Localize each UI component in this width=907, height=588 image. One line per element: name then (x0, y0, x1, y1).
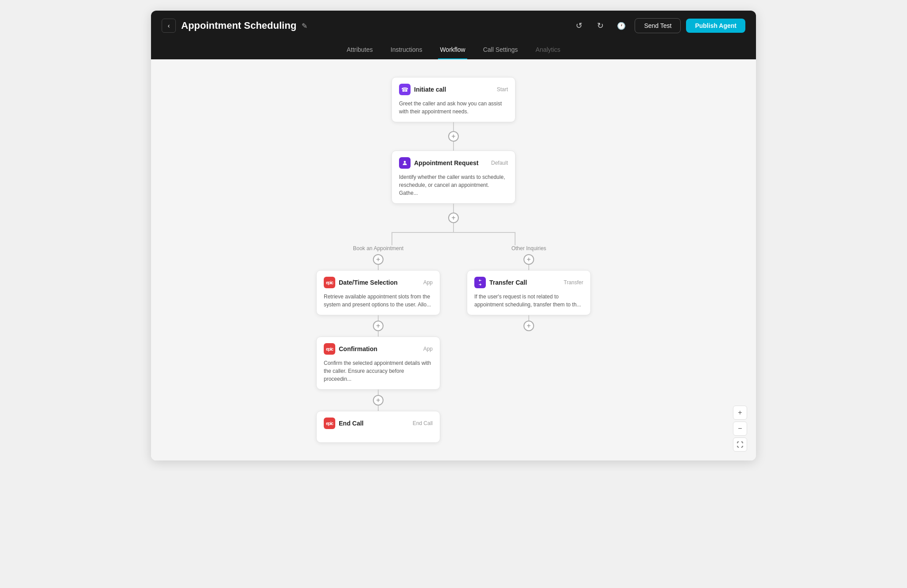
line-v (378, 406, 379, 411)
line-v (378, 331, 379, 337)
appointment-request-icon (399, 157, 411, 169)
connector-1: + (448, 122, 459, 151)
line-v (378, 265, 379, 270)
date-time-icon: epic (324, 277, 335, 288)
tab-workflow[interactable]: Workflow (438, 41, 467, 59)
add-node-btn-left[interactable]: + (373, 254, 384, 265)
line-v (453, 142, 454, 151)
nav-tabs: Attributes Instructions Workflow Call Se… (162, 41, 745, 59)
zoom-controls: + − (733, 406, 747, 452)
transfer-call-badge: Transfer (564, 279, 583, 286)
confirmation-title: Confirmation (339, 345, 377, 352)
add-node-btn-left-3[interactable]: + (373, 395, 384, 406)
confirmation-badge: App (423, 346, 433, 352)
confirmation-icon: epic (324, 343, 335, 355)
header: ‹ Appointment Scheduling ✎ ↺ ↻ 🕐 Send Te… (151, 11, 756, 59)
node-initiate-call[interactable]: ☎ Initiate call Start Greet the caller a… (391, 77, 516, 122)
initiate-call-title: Initiate call (414, 86, 446, 93)
add-node-btn-right[interactable]: + (523, 254, 534, 265)
back-icon: ‹ (168, 22, 170, 29)
node-transfer-call[interactable]: Transfer Call Transfer If the user's req… (467, 270, 591, 315)
appointment-request-title: Appointment Request (414, 159, 478, 166)
edit-icon[interactable]: ✎ (302, 22, 307, 30)
add-node-btn-left-2[interactable]: + (373, 321, 384, 331)
line-v (528, 265, 529, 270)
svg-point-0 (404, 161, 406, 163)
transfer-call-desc: If the user's request is not related to … (474, 293, 583, 309)
node-header: epic End Call End Call (324, 418, 433, 429)
branch-container: Book an Appointment + epic Date/Time Sel… (160, 232, 747, 443)
appointment-request-desc: Identify whether the caller wants to sch… (399, 173, 508, 197)
undo-icon: ↺ (576, 21, 582, 31)
back-button[interactable]: ‹ (162, 19, 176, 33)
node-appointment-request[interactable]: Appointment Request Default Identify whe… (391, 151, 516, 204)
app-title: Appointment Scheduling (181, 20, 296, 31)
tab-instructions[interactable]: Instructions (389, 41, 424, 59)
line-v (453, 204, 454, 213)
node-header-left: epic Date/Time Selection (324, 277, 398, 288)
line-v (378, 315, 379, 321)
node-header: ☎ Initiate call Start (399, 84, 508, 95)
branch-right-label: Other Inquiries (512, 245, 547, 251)
line-v (453, 223, 454, 232)
node-header: epic Date/Time Selection App (324, 277, 433, 288)
connector-2: + (448, 204, 459, 232)
transfer-call-title: Transfer Call (489, 279, 527, 286)
node-header-left: Transfer Call (474, 277, 527, 288)
history-icon: 🕐 (617, 22, 626, 30)
zoom-fit-button[interactable] (733, 437, 747, 452)
redo-icon: ↻ (597, 21, 604, 31)
undo-button[interactable]: ↺ (571, 18, 587, 34)
node-header-left: epic Confirmation (324, 343, 377, 355)
transfer-call-icon (474, 277, 486, 288)
node-header-left: epic End Call (324, 418, 364, 429)
node-date-time-selection[interactable]: epic Date/Time Selection App Retrieve av… (316, 270, 440, 315)
publish-button[interactable]: Publish Agent (686, 19, 745, 33)
branch-col-left: Book an Appointment + epic Date/Time Sel… (316, 245, 440, 443)
date-time-badge: App (423, 279, 433, 286)
zoom-in-button[interactable]: + (733, 406, 747, 420)
workflow-canvas: ☎ Initiate call Start Greet the caller a… (151, 59, 756, 460)
tab-attributes[interactable]: Attributes (345, 41, 375, 59)
workflow-center: ☎ Initiate call Start Greet the caller a… (160, 77, 747, 443)
add-node-btn-right-2[interactable]: + (523, 321, 534, 331)
branch-col-right: Other Inquiries + (467, 245, 591, 331)
header-top: ‹ Appointment Scheduling ✎ ↺ ↻ 🕐 Send Te… (162, 11, 745, 41)
node-end-call[interactable]: epic End Call End Call (316, 411, 440, 443)
end-call-badge: End Call (413, 420, 433, 426)
add-node-btn-1[interactable]: + (448, 131, 459, 142)
node-header: Transfer Call Transfer (474, 277, 583, 288)
header-right: ↺ ↻ 🕐 Send Test Publish Agent (571, 18, 745, 34)
header-left: ‹ Appointment Scheduling ✎ (162, 19, 307, 33)
initiate-call-badge: Start (497, 86, 508, 93)
end-call-title: End Call (339, 420, 364, 427)
node-header-left: ☎ Initiate call (399, 84, 446, 95)
appointment-request-badge: Default (491, 160, 508, 166)
line-v (528, 315, 529, 321)
node-header-left: Appointment Request (399, 157, 478, 169)
initiate-call-desc: Greet the caller and ask how you can ass… (399, 100, 508, 116)
date-time-title: Date/Time Selection (339, 279, 398, 286)
node-confirmation[interactable]: epic Confirmation App Confirm the select… (316, 337, 440, 390)
end-call-icon: epic (324, 418, 335, 429)
add-node-btn-2[interactable]: + (448, 213, 459, 223)
initiate-call-icon: ☎ (399, 84, 411, 95)
line-v (378, 390, 379, 395)
line-v (453, 122, 454, 131)
branch-left-label: Book an Appointment (353, 245, 403, 251)
node-header: Appointment Request Default (399, 157, 508, 169)
send-test-button[interactable]: Send Test (635, 18, 681, 33)
tab-call-settings[interactable]: Call Settings (481, 41, 520, 59)
confirmation-desc: Confirm the selected appointment details… (324, 359, 433, 383)
branch-split: Book an Appointment + epic Date/Time Sel… (160, 245, 747, 443)
node-header: epic Confirmation App (324, 343, 433, 355)
history-button[interactable]: 🕐 (613, 18, 629, 34)
date-time-desc: Retrieve available appointment slots fro… (324, 293, 433, 309)
redo-button[interactable]: ↻ (592, 18, 608, 34)
tab-analytics: Analytics (534, 41, 562, 59)
app-container: ‹ Appointment Scheduling ✎ ↺ ↻ 🕐 Send Te… (151, 11, 756, 460)
zoom-out-button[interactable]: − (733, 422, 747, 436)
